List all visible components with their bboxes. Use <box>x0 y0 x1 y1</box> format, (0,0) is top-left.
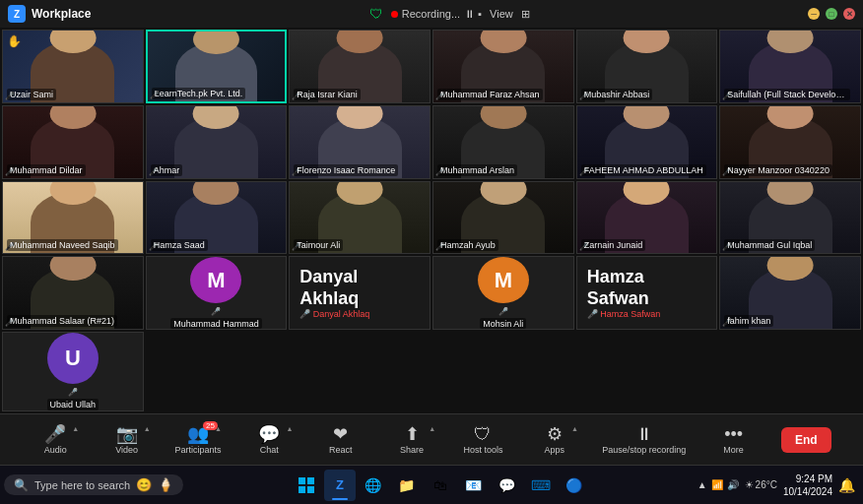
video-cell-4: 🎤 Muhammad Faraz Ahsan <box>432 30 574 103</box>
video-cell-21: Danyal Akhlaq 🎤 Danyal Akhlaq <box>289 256 431 330</box>
taskbar-app-teams[interactable]: 💬 <box>492 470 523 501</box>
minimize-button[interactable]: ─ <box>808 8 820 20</box>
taskbar-app-vscode[interactable]: ⌨ <box>525 470 557 501</box>
react-icon: ❤ <box>333 425 348 443</box>
notification-icon[interactable]: 🔔 <box>838 477 855 493</box>
pause-icon: ⏸ ▪ <box>464 8 482 20</box>
participants-button[interactable]: 👥 25 Participants ▲ <box>174 425 222 455</box>
video-cell-1: ✋ 🎤 Uzair Sami <box>2 30 144 103</box>
taskbar-app-zoom[interactable]: Z <box>324 470 356 501</box>
svg-rect-1 <box>307 477 314 484</box>
video-cell-25: U 🎤 Ubaid Ullah <box>2 332 144 411</box>
video-cell-24: 🎤 fahim khan <box>719 256 861 330</box>
more-button[interactable]: ••• More <box>710 425 758 455</box>
participant-name-9: Florenzo Isaac Romance <box>294 164 398 176</box>
mic-muted-icon-25: 🎤 <box>68 388 78 397</box>
participant-name-11: FAHEEM AHMAD ABDULLAH <box>581 164 706 176</box>
video-cell-6: 🎤 Saifullah (Full Stack Develop... <box>719 30 861 103</box>
video-caret: ▲ <box>144 425 151 432</box>
network-icon: 📶 <box>711 479 723 490</box>
apps-button[interactable]: ⚙ Apps ▲ <box>531 425 578 455</box>
mic-muted-icon-22: 🎤 <box>498 307 508 316</box>
zoom-icon: Z <box>8 5 26 23</box>
participant-name-6: Saifullah (Full Stack Develop... <box>724 89 850 100</box>
hand-raise-icon-1: ✋ <box>7 34 22 48</box>
participant-name-7: Muhammad Dildar <box>7 164 86 176</box>
video-cell-12: 🎤 Nayyer Manzoor 0340220 <box>719 105 861 179</box>
host-tools-icon: 🛡 <box>474 425 492 443</box>
more-icon: ••• <box>724 425 743 443</box>
pause-recording-button[interactable]: ⏸ Pause/stop recording <box>602 425 686 455</box>
participant-name-20: Muhammad Hammad <box>170 318 262 329</box>
avatar-circle-25: U <box>47 333 99 384</box>
audio-label: Audio <box>44 445 67 455</box>
view-button[interactable]: View <box>490 8 513 20</box>
participant-name-1: Uzair Sami <box>7 89 56 100</box>
close-button[interactable]: ✕ <box>843 8 855 20</box>
video-cell-20: M 🎤 Muhammad Hammad <box>146 256 288 330</box>
mic-muted-icon-21: 🎤 Danyal Akhlaq <box>299 309 369 319</box>
top-bar-left: Z Workplace <box>8 5 91 23</box>
video-cell-5: 🎤 Mubashir Abbasi <box>576 30 718 103</box>
host-tools-label: Host tools <box>463 445 502 455</box>
participant-name-18: Muhammad Gul Iqbal <box>724 239 815 251</box>
chat-label: Chat <box>260 445 279 455</box>
taskbar-search[interactable]: 🔍 Type here to search 😊 🍦 <box>4 474 183 495</box>
volume-icon: 🔊 <box>727 479 739 490</box>
maximize-button[interactable]: □ <box>826 8 837 20</box>
app-title: Workplace <box>32 7 91 21</box>
participant-name-14: Hamza Saad <box>151 239 208 251</box>
recording-badge: Recording... ⏸ ▪ <box>391 8 482 20</box>
video-cell-14: 🎤 Hamza Saad <box>146 181 288 255</box>
audio-caret: ▲ <box>72 425 79 432</box>
participant-name-16: Hamzah Ayub <box>437 239 498 251</box>
react-button[interactable]: ❤ React <box>317 425 365 455</box>
chat-button[interactable]: 💬 Chat ▲ <box>245 425 293 455</box>
recording-text: Recording... <box>402 8 460 20</box>
video-cell-22: M 🎤 Mohsin Ali <box>432 256 574 330</box>
video-cell-16: 🎤 Hamzah Ayub <box>432 181 574 255</box>
taskbar-app-outlook[interactable]: 📧 <box>458 470 490 501</box>
audio-button[interactable]: 🎤 Audio ▲ <box>32 425 79 455</box>
taskbar-app-windows[interactable] <box>291 470 322 501</box>
end-button[interactable]: End <box>781 427 831 453</box>
video-cell-11: 🎤 FAHEEM AHMAD ABDULLAH <box>576 105 718 179</box>
participant-name-13: Muhammad Naveed Saqib <box>7 239 118 251</box>
taskbar-right: ▲ 📶 🔊 ☀ 26°C 9:24 PM 10/14/2024 🔔 <box>697 472 859 498</box>
host-tools-button[interactable]: 🛡 Host tools <box>459 425 506 455</box>
video-cell-2: 🎤 LearnTech.pk Pvt. Ltd. <box>146 30 288 103</box>
video-cell-8: 🎤 Ahmar <box>146 105 288 179</box>
systray-chevron[interactable]: ▲ <box>697 479 707 490</box>
taskbar-app-chrome[interactable]: 🔵 <box>559 470 590 501</box>
share-button[interactable]: ⬆ Share ▲ <box>388 425 435 455</box>
participants-label: Participants <box>174 445 221 455</box>
emoji-icon: 😊 <box>136 477 152 492</box>
temperature-text: 26°C <box>756 479 777 490</box>
video-cell-19: 🎤 Muhammad Salaar (R#21) <box>2 256 144 330</box>
share-icon: ⬆ <box>405 425 420 443</box>
participant-name-12: Nayyer Manzoor 0340220 <box>724 164 832 176</box>
svg-rect-3 <box>307 486 314 493</box>
video-icon: 📷 <box>116 425 138 443</box>
react-label: React <box>329 445 353 455</box>
avatar-circle-20: M <box>190 257 241 303</box>
video-grid: ✋ 🎤 Uzair Sami 🎤 LearnTech.pk Pvt. Ltd. … <box>0 28 863 413</box>
participant-name-17: Zarnain Junaid <box>581 239 646 251</box>
taskbar-app-explorer[interactable]: 📁 <box>391 470 423 501</box>
taskbar-app-store[interactable]: 🛍 <box>425 470 456 501</box>
video-cell-18: 🎤 Muhammad Gul Iqbal <box>719 181 861 255</box>
systray: ▲ 📶 🔊 <box>697 479 739 490</box>
share-caret: ▲ <box>429 425 435 432</box>
video-button[interactable]: 📷 Video ▲ <box>103 425 151 455</box>
participant-name-5: Mubashir Abbasi <box>581 89 653 100</box>
audio-icon: 🎤 <box>44 425 66 443</box>
search-text: Type here to search <box>34 479 130 491</box>
taskbar-app-edge[interactable]: 🌐 <box>358 470 389 501</box>
video-cell-9: 🎤 Florenzo Isaac Romance <box>289 105 431 179</box>
video-cell-23: Hamza Safwan 🎤 Hamza Safwan <box>576 256 718 330</box>
apps-caret: ▲ <box>571 425 578 432</box>
pause-recording-icon: ⏸ <box>635 425 653 443</box>
weather-icon: ☀ <box>745 479 754 490</box>
video-cell-3: 🎤 Raja Israr Kiani <box>289 30 431 103</box>
window-controls[interactable]: ─ □ ✕ <box>808 8 855 20</box>
